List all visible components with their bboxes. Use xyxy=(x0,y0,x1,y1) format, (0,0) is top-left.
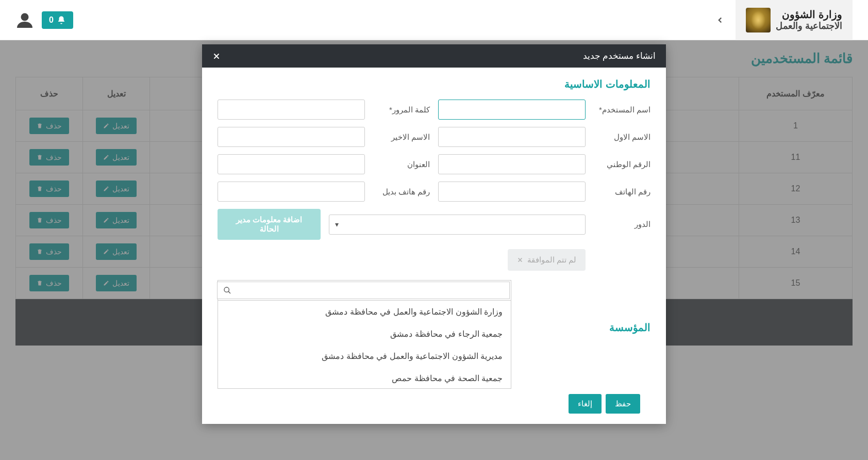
org-item[interactable]: جمعية الرجاء في محافظة دمشق xyxy=(218,323,511,345)
input-username[interactable] xyxy=(438,100,586,120)
org-item[interactable]: مديرية الشؤون الاجتماعية والعمل في محافظ… xyxy=(218,345,511,367)
modal-header: انشاء مستخدم جديد xyxy=(202,44,666,68)
select-role[interactable] xyxy=(329,215,586,235)
notifications-button[interactable]: 0 xyxy=(42,11,73,29)
input-phone[interactable] xyxy=(438,182,586,202)
bell-icon xyxy=(57,15,66,25)
logo-line-1: وزارة الشؤون xyxy=(776,8,842,21)
label-role: الدور xyxy=(594,220,650,229)
label-address: العنوان xyxy=(373,160,430,169)
save-button[interactable]: حفظ xyxy=(606,394,640,414)
search-icon xyxy=(223,286,231,294)
label-password: كلمة المرور* xyxy=(373,105,430,114)
label-phone: رقم الهاتف xyxy=(594,187,650,196)
label-organization: المؤسسة xyxy=(594,280,650,334)
modal-close-button[interactable] xyxy=(212,52,221,60)
eagle-emblem-icon xyxy=(746,8,771,32)
close-icon xyxy=(212,52,221,60)
label-national-id: الرقم الوطني xyxy=(594,160,650,169)
modal-overlay: انشاء مستخدم جديد المعلومات الاساسية اسم… xyxy=(0,40,868,460)
input-password[interactable] xyxy=(218,100,365,120)
input-first-name[interactable] xyxy=(438,127,586,147)
input-last-name[interactable] xyxy=(218,127,365,147)
cancel-button[interactable]: إلغاء xyxy=(569,394,602,414)
chevron-left-icon xyxy=(715,15,725,25)
input-address[interactable] xyxy=(218,154,365,174)
not-approved-label: لم تتم الموافقة xyxy=(527,255,576,265)
x-icon xyxy=(517,257,523,263)
label-username: اسم المستخدم* xyxy=(594,105,650,114)
notif-count: 0 xyxy=(49,15,54,25)
org-list[interactable]: وزارة الشؤون الاجتماعية والعمل في محافظة… xyxy=(218,301,511,388)
modal-title: انشاء مستخدم جديد xyxy=(583,51,656,61)
label-first-name: الاسم الاول xyxy=(594,133,650,142)
label-alt-phone: رقم هاتف بديل xyxy=(373,187,430,196)
org-item[interactable]: وزارة الشؤون الاجتماعية والعمل في محافظة… xyxy=(218,301,511,323)
nav-back-button[interactable] xyxy=(712,12,728,28)
org-item[interactable]: جمعية الصحة في محافظة حمص xyxy=(218,367,511,388)
label-last-name: الاسم الاخير xyxy=(373,133,430,142)
topbar: وزارة الشؤون الاجتماعية والعمل 0 xyxy=(0,0,868,40)
logo-line-2: الاجتماعية والعمل xyxy=(776,21,842,32)
svg-line-2 xyxy=(228,291,230,293)
app-logo: وزارة الشؤون الاجتماعية والعمل xyxy=(736,0,853,40)
section-basic-info: المعلومات الاساسية xyxy=(218,78,650,90)
create-user-modal: انشاء مستخدم جديد المعلومات الاساسية اسم… xyxy=(202,44,666,424)
svg-point-1 xyxy=(224,287,229,292)
org-search-input[interactable] xyxy=(217,282,510,299)
input-national-id[interactable] xyxy=(438,154,586,174)
input-alt-phone[interactable] xyxy=(218,182,365,202)
not-approved-button[interactable]: لم تتم الموافقة xyxy=(508,249,586,271)
svg-point-0 xyxy=(21,13,29,21)
organization-picker: وزارة الشؤون الاجتماعية والعمل في محافظة… xyxy=(218,280,511,389)
user-avatar-icon[interactable] xyxy=(15,11,34,29)
add-case-manager-button[interactable]: اضافة معلومات مدير الحالة xyxy=(218,209,321,240)
